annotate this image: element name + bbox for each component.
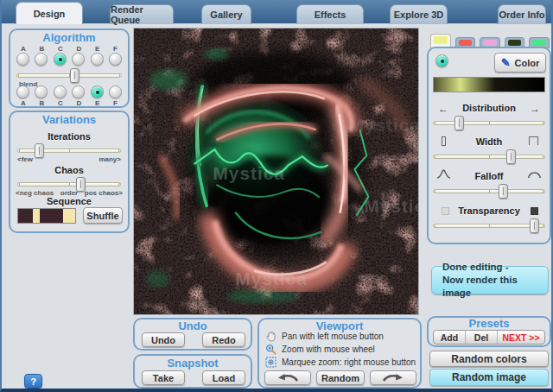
algorithm-row1-radio-a[interactable]: [16, 53, 29, 66]
algorithm-panel: Algorithm ABCDEF blend ABCDEF: [9, 28, 130, 108]
presets-panel: Presets Add Del NEXT >>: [427, 316, 551, 347]
color-layer-swatch: [434, 36, 448, 44]
presets-title: Presets: [429, 317, 550, 330]
algorithm-row2-label-a: A: [21, 99, 26, 107]
color-layer-swatch: [532, 40, 546, 46]
algorithm-row2-label-c: C: [58, 99, 63, 107]
algorithm-row2-label-b: B: [40, 99, 45, 107]
tab-order-info[interactable]: Order Info: [498, 4, 546, 24]
undo-title: Undo: [135, 319, 251, 332]
undo-panel: Undo Undo Redo: [133, 318, 252, 351]
algorithm-row1-radio-f[interactable]: [109, 53, 122, 66]
width-slider[interactable]: [433, 149, 545, 164]
gradient-preview[interactable]: [433, 77, 545, 92]
algorithm-row2-radio-c[interactable]: [54, 85, 67, 98]
iterations-slider-thumb[interactable]: [35, 143, 44, 158]
fractal-image: Mystica Mystica Mystica Mystica: [134, 28, 418, 314]
variations-title: Variations: [10, 113, 128, 126]
chaos-slider-track[interactable]: [17, 182, 121, 187]
falloff-slider-track[interactable]: [433, 189, 545, 193]
viewport-hint-pan: Pan with left mouse button: [282, 332, 384, 341]
viewport-hint-marquee: Marquee zoom: right mouse button: [282, 357, 416, 367]
width-slider-thumb[interactable]: [506, 149, 516, 164]
undo-button[interactable]: Undo: [142, 332, 185, 347]
algorithm-row1-radio-c[interactable]: [54, 53, 67, 66]
falloff-slider-thumb[interactable]: [499, 184, 508, 199]
help-button[interactable]: ?: [24, 374, 42, 389]
tab-render-queue[interactable]: Render Queue: [110, 4, 174, 24]
presets-button-bar: Add Del NEXT >>: [433, 330, 545, 345]
distribution-slider[interactable]: [433, 116, 545, 130]
history-forward-button[interactable]: [370, 370, 416, 385]
preset-del-button[interactable]: Del: [466, 331, 498, 344]
active-color-layer-radio[interactable]: [435, 54, 448, 67]
falloff-slider[interactable]: [433, 184, 545, 199]
preset-add-button[interactable]: Add: [434, 331, 466, 344]
snapshot-panel: Snapshot Take Load: [133, 354, 252, 389]
color-layer-swatch: [483, 40, 497, 46]
algorithm-row2-label-e: E: [95, 99, 99, 107]
snapshot-title: Snapshot: [135, 357, 251, 370]
tab-explore-3d[interactable]: Explore 3D: [390, 4, 448, 24]
tab-gallery[interactable]: Gallery: [201, 4, 251, 24]
transparency-slider[interactable]: [433, 218, 545, 233]
arrow-right-icon: →: [530, 104, 540, 114]
algorithm-row1-radio-d[interactable]: [72, 53, 85, 66]
smooth-falloff-icon: [527, 168, 542, 180]
algorithm-row1-label-d: D: [77, 45, 82, 53]
preset-next-button[interactable]: NEXT >>: [498, 331, 544, 344]
tab-design[interactable]: Design: [16, 2, 83, 24]
distribution-slider-thumb[interactable]: [454, 116, 464, 130]
width-slider-track[interactable]: [433, 155, 545, 159]
transparency-slider-thumb[interactable]: [530, 218, 539, 233]
algorithm-row2-radio-b[interactable]: [35, 85, 48, 98]
algorithm-row2-label-d: D: [77, 99, 82, 107]
algorithm-row2-radio-a[interactable]: [16, 85, 29, 98]
done-editing-button[interactable]: Done editing - Now render this image: [431, 266, 549, 294]
algorithm-row1-radio-b[interactable]: [35, 53, 48, 66]
history-back-button[interactable]: [264, 370, 311, 385]
iterations-slider-track[interactable]: [17, 149, 121, 153]
algorithm-row2-radio-d[interactable]: [72, 85, 85, 98]
viewport-panel: Viewport Pan with left mouse button Zoom…: [257, 318, 422, 389]
snapshot-take-button[interactable]: Take: [142, 370, 185, 385]
algorithm-row1-labels: ABCDEF: [10, 45, 128, 53]
pen-icon: ✎: [501, 56, 511, 69]
color-button[interactable]: ✎ Color: [494, 53, 546, 73]
blend-slider-thumb[interactable]: [70, 68, 79, 83]
watermark-text: Mystica: [213, 163, 284, 183]
hand-pan-icon: [265, 331, 276, 342]
snapshot-load-button[interactable]: Load: [202, 370, 245, 385]
variations-panel: Variations Iterations <few many> Chaos <…: [9, 111, 130, 233]
sequence-swatch-2: [33, 209, 40, 223]
transparency-slider-track[interactable]: [433, 224, 545, 228]
done-editing-line1: Done editing -: [442, 261, 509, 274]
sequence-swatch-1: [18, 209, 33, 223]
algorithm-title: Algorithm: [10, 31, 128, 44]
color-settings-panel: ✎ Color ← Distribution → Width Falloff T…: [427, 47, 551, 244]
random-image-button[interactable]: Random image: [429, 369, 549, 386]
algorithm-row2-radio-e[interactable]: [91, 85, 104, 98]
random-viewport-button[interactable]: Random: [316, 370, 365, 385]
algorithm-row1-radio-e[interactable]: [91, 53, 104, 66]
color-button-label: Color: [515, 58, 540, 68]
sequence-color-strip: [17, 208, 76, 224]
algorithm-row1-label-b: B: [40, 45, 45, 53]
random-colors-button[interactable]: Random colors: [429, 351, 549, 367]
tab-effects[interactable]: Effects: [296, 4, 364, 24]
marquee-zoom-icon: [265, 357, 276, 368]
zoom-magnifier-icon: [265, 344, 276, 355]
curved-back-arrow-icon: [276, 373, 299, 383]
iterations-label: Iterations: [10, 131, 128, 142]
redo-button[interactable]: Redo: [202, 332, 245, 347]
watermark-text: Mystica: [364, 196, 418, 216]
distribution-slider-track[interactable]: [433, 121, 545, 125]
shuffle-button[interactable]: Shuffle: [83, 207, 123, 224]
algorithm-row2-radio-f[interactable]: [109, 85, 122, 98]
algorithm-row1-label-a: A: [21, 45, 26, 53]
blend-slider-track[interactable]: [16, 73, 122, 78]
fractal-canvas[interactable]: Mystica Mystica Mystica Mystica: [133, 28, 419, 315]
done-editing-line2: Now render this image: [442, 274, 548, 300]
algorithm-row1-label-f: F: [113, 45, 118, 53]
curved-forward-arrow-icon: [382, 373, 404, 383]
